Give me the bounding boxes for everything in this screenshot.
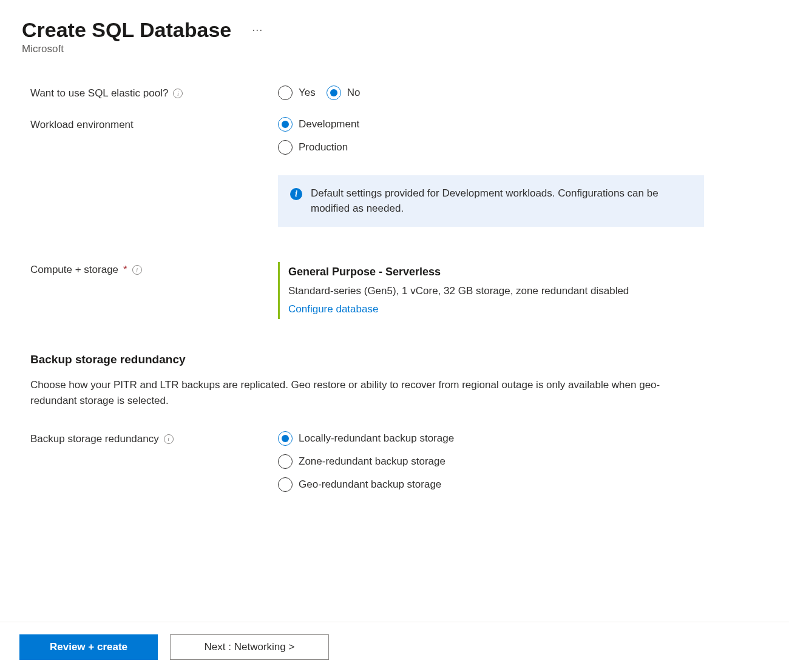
backup-section-desc: Choose how your PITR and LTR backups are… bbox=[22, 377, 702, 409]
radio-label: No bbox=[347, 87, 361, 99]
workload-label: Workload environment bbox=[30, 117, 278, 131]
radio-label: Locally-redundant backup storage bbox=[299, 432, 454, 445]
compute-summary: General Purpose - Serverless Standard-se… bbox=[278, 262, 771, 319]
more-icon[interactable]: ··· bbox=[252, 24, 263, 36]
workload-info-box: i Default settings provided for Developm… bbox=[278, 175, 704, 227]
compute-desc: Standard-series (Gen5), 1 vCore, 32 GB s… bbox=[288, 282, 771, 301]
info-icon: i bbox=[290, 188, 302, 200]
workload-production-radio[interactable]: Production bbox=[278, 140, 771, 155]
info-icon[interactable]: i bbox=[164, 434, 174, 444]
next-networking-button[interactable]: Next : Networking > bbox=[170, 634, 329, 660]
footer-bar: Review + create Next : Networking > bbox=[0, 622, 789, 672]
elastic-pool-label: Want to use SQL elastic pool? i bbox=[30, 86, 278, 99]
radio-label: Geo-redundant backup storage bbox=[299, 479, 441, 491]
elastic-pool-yes-radio[interactable]: Yes bbox=[278, 86, 316, 100]
compute-tier: General Purpose - Serverless bbox=[288, 262, 771, 281]
radio-label: Production bbox=[299, 141, 348, 153]
elastic-pool-no-radio[interactable]: No bbox=[327, 86, 361, 100]
page-title: Create SQL Database bbox=[22, 18, 231, 42]
info-text: Default settings provided for Developmen… bbox=[311, 186, 687, 216]
info-icon[interactable]: i bbox=[173, 89, 183, 98]
review-create-button[interactable]: Review + create bbox=[19, 634, 158, 660]
page-subtitle: Microsoft bbox=[22, 43, 771, 55]
compute-storage-label: Compute + storage * i bbox=[30, 262, 278, 276]
backup-geo-radio[interactable]: Geo-redundant backup storage bbox=[278, 477, 771, 492]
configure-database-link[interactable]: Configure database bbox=[288, 300, 771, 319]
backup-redundancy-label: Backup storage redundancy i bbox=[30, 431, 278, 445]
radio-label: Zone-redundant backup storage bbox=[299, 455, 445, 468]
backup-zone-radio[interactable]: Zone-redundant backup storage bbox=[278, 454, 771, 469]
info-icon[interactable]: i bbox=[132, 265, 142, 275]
backup-section-header: Backup storage redundancy bbox=[22, 353, 771, 366]
backup-local-radio[interactable]: Locally-redundant backup storage bbox=[278, 431, 771, 446]
radio-label: Yes bbox=[299, 87, 316, 99]
radio-label: Development bbox=[299, 118, 359, 130]
workload-development-radio[interactable]: Development bbox=[278, 117, 771, 132]
